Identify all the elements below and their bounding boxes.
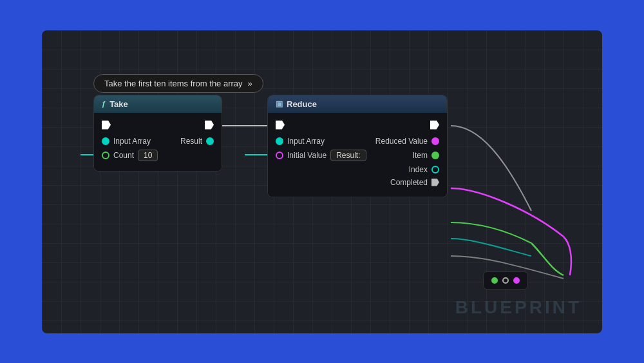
reduce-index-row: Index	[268, 163, 447, 176]
reduce-input-array-row: Input Array Reduced Value	[268, 135, 447, 148]
take-count-label: Count	[113, 151, 134, 160]
reduce-exec-in[interactable]	[276, 121, 285, 130]
reduce-exec-out[interactable]	[430, 121, 439, 130]
tooltip-bubble: Take the first ten items from the array …	[93, 74, 263, 93]
reduce-initial-value-row: Initial Value Result: Item	[268, 148, 447, 163]
reduce-index-label: Index	[409, 165, 428, 174]
reduce-node-title: Reduce	[287, 99, 317, 109]
reduce-exec-row	[268, 118, 447, 132]
reduce-result-box[interactable]: Result:	[330, 150, 366, 161]
tooltip-text: Take the first ten items from the array	[104, 79, 243, 88]
reroute-green-pin[interactable]	[491, 277, 498, 284]
reduce-reduced-value-pin[interactable]	[431, 137, 439, 145]
take-node-header: ƒ Take	[94, 95, 222, 113]
reduce-completed-pin[interactable]	[431, 179, 439, 186]
reduce-input-array-label: Input Array	[287, 137, 325, 146]
reduce-node-header: ▣ Reduce	[268, 95, 447, 113]
take-exec-row	[94, 118, 222, 132]
take-node-title: Take	[109, 99, 128, 109]
reroute-white-pin[interactable]	[502, 277, 509, 284]
take-node-body: Input Array Result Count 10	[94, 113, 222, 171]
reduce-initial-value-label: Initial Value	[287, 151, 327, 160]
take-count-value[interactable]: 10	[138, 150, 158, 161]
take-count-pin[interactable]	[102, 152, 109, 159]
reduce-item-label: Item	[413, 151, 428, 160]
take-input-array-label: Input Array	[113, 137, 151, 146]
reroute-magenta-pin[interactable]	[513, 277, 520, 284]
take-input-array-row: Input Array Result	[94, 135, 222, 148]
take-result-label: Result	[180, 137, 202, 146]
reduce-item-pin[interactable]	[431, 152, 439, 159]
take-result-pin[interactable]	[206, 137, 214, 145]
take-input-array-pin[interactable]	[102, 137, 109, 145]
reroute-node[interactable]	[483, 271, 528, 289]
take-count-row: Count 10	[94, 148, 222, 163]
reduce-node[interactable]: ▣ Reduce Input Array Reduced Value Initi…	[267, 95, 448, 197]
tooltip-arrow: »	[248, 79, 252, 88]
reduce-completed-row: Completed	[268, 176, 447, 189]
take-exec-in[interactable]	[102, 121, 111, 130]
reduce-icon: ▣	[276, 99, 283, 108]
reduce-input-array-pin[interactable]	[276, 137, 283, 145]
reduce-index-pin[interactable]	[431, 166, 439, 173]
reduce-completed-label: Completed	[390, 178, 428, 187]
blueprint-watermark: BLUEPRINT	[455, 297, 582, 318]
blueprint-canvas: Take the first ten items from the array …	[42, 30, 602, 333]
reduce-reduced-value-label: Reduced Value	[375, 137, 428, 146]
take-icon: ƒ	[102, 100, 106, 108]
reduce-node-body: Input Array Reduced Value Initial Value …	[268, 113, 447, 197]
take-node[interactable]: ƒ Take Input Array Result Count 10	[93, 95, 222, 172]
take-exec-out[interactable]	[205, 121, 214, 130]
reduce-initial-value-pin[interactable]	[276, 152, 283, 159]
